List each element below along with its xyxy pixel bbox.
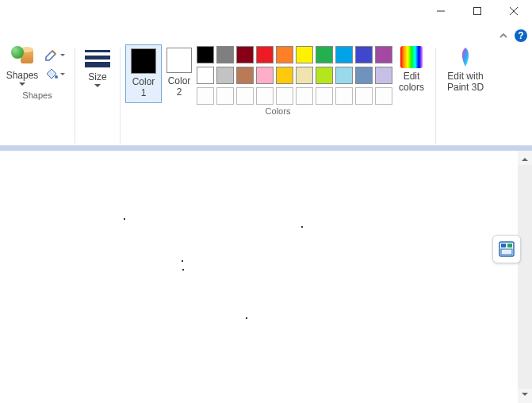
svg-rect-6 [501,244,506,248]
line-weight-icon [85,48,110,70]
palette-swatch[interactable] [276,67,293,84]
panel-icon [499,241,515,257]
palette-swatch[interactable] [256,46,274,63]
color-1-swatch [131,48,156,74]
custom-color-slot[interactable] [236,87,254,105]
shapes-button-label: Shapes [6,70,39,81]
custom-color-slot[interactable] [276,87,293,105]
rainbow-icon [400,46,423,68]
palette-swatch[interactable] [296,67,313,84]
palette-swatch[interactable] [276,46,293,63]
shape-outline-button[interactable] [44,49,65,62]
color-1-label: Color 1 [132,77,155,99]
pencil-outline-icon [44,49,59,62]
custom-color-slot[interactable] [375,87,392,105]
paint3d-icon [454,46,477,68]
custom-color-slot[interactable] [256,87,274,105]
shapes-icon [11,46,33,68]
paint3d-group: Edit with Paint 3D [436,44,495,108]
ribbon-collapse-button[interactable] [499,31,508,40]
floating-panel-button[interactable] [492,235,521,263]
shapes-group-label: Shapes [22,89,52,103]
palette-swatch[interactable] [197,67,214,84]
palette-swatch[interactable] [236,46,254,63]
color-2-swatch [166,48,192,73]
palette-swatch[interactable] [296,46,313,63]
custom-color-slot[interactable] [216,87,234,105]
help-button[interactable]: ? [515,29,527,42]
shape-fill-button[interactable] [44,68,65,81]
palette-swatch[interactable] [375,46,392,63]
svg-point-4 [55,75,58,79]
palette-swatch[interactable] [375,67,392,84]
palette-swatch[interactable] [256,67,274,84]
shapes-button[interactable]: Shapes [5,44,40,89]
size-button-label: Size [88,71,106,83]
palette-swatch[interactable] [316,67,333,84]
edit-with-paint3d-button[interactable]: Edit with Paint 3D [441,44,490,94]
svg-rect-8 [501,249,512,255]
chevron-down-icon [19,83,25,89]
ribbon-meta-row: ? [0,27,532,44]
color-2-button[interactable]: Color 2 [162,44,197,102]
chevron-down-icon [60,73,65,78]
custom-color-slot[interactable] [296,87,313,105]
ribbon: Shapes [0,44,532,146]
custom-color-slot[interactable] [335,87,353,105]
custom-color-slot[interactable] [355,87,373,105]
maximize-window-button[interactable] [459,0,496,22]
drawing-canvas[interactable] [0,159,507,403]
palette-swatch[interactable] [316,46,333,63]
palette-swatch[interactable] [216,46,234,63]
palette-swatch[interactable] [236,67,254,84]
scroll-down-button[interactable] [518,389,532,403]
svg-rect-7 [507,244,512,248]
palette-swatch[interactable] [335,67,353,84]
canvas-area [0,151,532,403]
colors-group: Color 1 Color 2 Edit colors Colors [121,44,435,119]
shapes-group: Shapes [0,44,75,103]
minimize-window-button[interactable] [423,0,459,22]
size-button[interactable]: Size [80,44,115,90]
color-palette [197,44,392,105]
custom-color-slot[interactable] [316,87,333,105]
fill-bucket-icon [44,68,59,81]
close-window-button[interactable] [496,0,532,22]
paint3d-label: Edit with Paint 3D [447,71,484,94]
scroll-up-button[interactable] [518,151,532,165]
palette-swatch[interactable] [355,67,373,84]
color-2-label: Color 2 [168,76,191,98]
size-group: Size [75,44,120,105]
edit-colors-button[interactable]: Edit colors [392,44,431,94]
svg-rect-1 [474,8,481,15]
vertical-scrollbar[interactable] [518,151,532,403]
palette-swatch[interactable] [216,67,234,84]
palette-swatch[interactable] [335,46,353,63]
chevron-down-icon [94,84,101,90]
palette-swatch[interactable] [197,46,214,63]
window-titlebar [0,0,532,27]
color-1-button[interactable]: Color 1 [125,44,162,103]
colors-group-label: Colors [266,105,291,119]
chevron-down-icon [60,54,65,59]
custom-color-slot[interactable] [197,87,214,105]
palette-swatch[interactable] [355,46,373,63]
edit-colors-label: Edit colors [399,71,424,94]
